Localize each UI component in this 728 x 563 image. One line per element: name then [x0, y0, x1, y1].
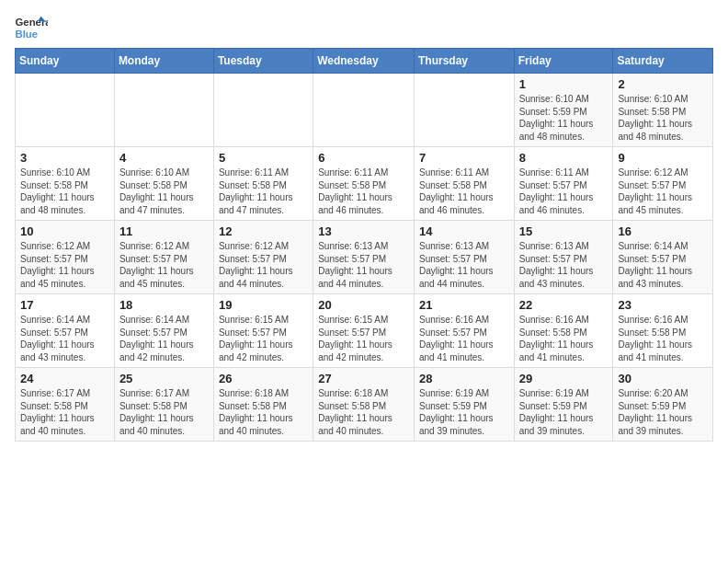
weekday-header: Wednesday	[313, 49, 415, 74]
calendar-cell: 30Sunrise: 6:20 AM Sunset: 5:59 PM Dayli…	[613, 368, 713, 442]
day-info: Sunrise: 6:13 AM Sunset: 5:57 PM Dayligh…	[318, 240, 409, 290]
day-number: 13	[318, 224, 409, 238]
weekday-header: Saturday	[613, 49, 713, 74]
logo-icon: General Blue	[15, 15, 48, 40]
day-number: 26	[219, 372, 308, 385]
weekday-header: Thursday	[414, 49, 514, 74]
day-number: 18	[119, 298, 209, 312]
calendar-cell: 23Sunrise: 6:16 AM Sunset: 5:58 PM Dayli…	[613, 294, 713, 368]
calendar-cell: 27Sunrise: 6:18 AM Sunset: 5:58 PM Dayli…	[313, 368, 415, 442]
day-info: Sunrise: 6:12 AM Sunset: 5:57 PM Dayligh…	[20, 240, 109, 290]
day-number: 30	[618, 372, 708, 385]
calendar-cell	[414, 74, 514, 147]
calendar-cell: 8Sunrise: 6:11 AM Sunset: 5:57 PM Daylig…	[514, 147, 613, 221]
day-info: Sunrise: 6:18 AM Sunset: 5:58 PM Dayligh…	[318, 387, 409, 437]
logo: General Blue	[15, 15, 51, 40]
day-number: 8	[519, 151, 609, 165]
day-number: 2	[618, 77, 708, 91]
day-info: Sunrise: 6:10 AM Sunset: 5:58 PM Dayligh…	[618, 93, 708, 143]
day-number: 15	[519, 224, 609, 238]
calendar-cell	[213, 74, 313, 147]
day-number: 21	[419, 298, 509, 312]
calendar-cell: 20Sunrise: 6:15 AM Sunset: 5:57 PM Dayli…	[313, 294, 415, 368]
page-header: General Blue	[15, 15, 713, 40]
calendar-cell: 16Sunrise: 6:14 AM Sunset: 5:57 PM Dayli…	[613, 221, 713, 294]
day-number: 29	[519, 372, 609, 385]
day-number: 4	[119, 151, 209, 165]
calendar-cell: 7Sunrise: 6:11 AM Sunset: 5:58 PM Daylig…	[414, 147, 514, 221]
calendar-cell	[114, 74, 213, 147]
calendar-cell: 10Sunrise: 6:12 AM Sunset: 5:57 PM Dayli…	[16, 221, 115, 294]
calendar-cell: 1Sunrise: 6:10 AM Sunset: 5:59 PM Daylig…	[514, 74, 613, 147]
weekday-header: Monday	[114, 49, 213, 74]
calendar-cell: 24Sunrise: 6:17 AM Sunset: 5:58 PM Dayli…	[16, 368, 115, 442]
day-info: Sunrise: 6:11 AM Sunset: 5:58 PM Dayligh…	[419, 167, 509, 216]
calendar-cell: 19Sunrise: 6:15 AM Sunset: 5:57 PM Dayli…	[213, 294, 313, 368]
day-number: 12	[219, 224, 308, 238]
calendar-cell: 3Sunrise: 6:10 AM Sunset: 5:58 PM Daylig…	[16, 147, 115, 221]
day-info: Sunrise: 6:10 AM Sunset: 5:58 PM Dayligh…	[20, 167, 109, 216]
day-number: 6	[318, 151, 409, 165]
day-info: Sunrise: 6:15 AM Sunset: 5:57 PM Dayligh…	[219, 314, 308, 363]
calendar-week-row: 17Sunrise: 6:14 AM Sunset: 5:57 PM Dayli…	[16, 294, 713, 368]
calendar: SundayMondayTuesdayWednesdayThursdayFrid…	[15, 48, 713, 442]
day-info: Sunrise: 6:11 AM Sunset: 5:58 PM Dayligh…	[318, 167, 409, 216]
weekday-header: Tuesday	[213, 49, 313, 74]
day-number: 16	[618, 224, 708, 238]
weekday-header: Sunday	[16, 49, 115, 74]
day-info: Sunrise: 6:18 AM Sunset: 5:58 PM Dayligh…	[219, 387, 308, 437]
calendar-cell: 12Sunrise: 6:12 AM Sunset: 5:57 PM Dayli…	[213, 221, 313, 294]
day-info: Sunrise: 6:14 AM Sunset: 5:57 PM Dayligh…	[20, 314, 109, 363]
day-number: 11	[119, 224, 209, 238]
calendar-cell: 28Sunrise: 6:19 AM Sunset: 5:59 PM Dayli…	[414, 368, 514, 442]
calendar-cell	[313, 74, 415, 147]
day-number: 10	[20, 224, 109, 238]
day-number: 27	[318, 372, 409, 385]
day-number: 9	[618, 151, 708, 165]
day-number: 17	[20, 298, 109, 312]
calendar-cell: 14Sunrise: 6:13 AM Sunset: 5:57 PM Dayli…	[414, 221, 514, 294]
calendar-cell: 9Sunrise: 6:12 AM Sunset: 5:57 PM Daylig…	[613, 147, 713, 221]
day-info: Sunrise: 6:12 AM Sunset: 5:57 PM Dayligh…	[618, 167, 708, 216]
calendar-week-row: 1Sunrise: 6:10 AM Sunset: 5:59 PM Daylig…	[16, 74, 713, 147]
calendar-cell: 21Sunrise: 6:16 AM Sunset: 5:57 PM Dayli…	[414, 294, 514, 368]
day-info: Sunrise: 6:14 AM Sunset: 5:57 PM Dayligh…	[119, 314, 209, 363]
day-number: 24	[20, 372, 109, 385]
calendar-week-row: 24Sunrise: 6:17 AM Sunset: 5:58 PM Dayli…	[16, 368, 713, 442]
calendar-cell: 11Sunrise: 6:12 AM Sunset: 5:57 PM Dayli…	[114, 221, 213, 294]
day-number: 3	[20, 151, 109, 165]
calendar-cell: 15Sunrise: 6:13 AM Sunset: 5:57 PM Dayli…	[514, 221, 613, 294]
day-info: Sunrise: 6:10 AM Sunset: 5:59 PM Dayligh…	[519, 93, 609, 143]
calendar-cell: 17Sunrise: 6:14 AM Sunset: 5:57 PM Dayli…	[16, 294, 115, 368]
calendar-cell: 4Sunrise: 6:10 AM Sunset: 5:58 PM Daylig…	[114, 147, 213, 221]
calendar-cell	[16, 74, 115, 147]
day-info: Sunrise: 6:16 AM Sunset: 5:58 PM Dayligh…	[618, 314, 708, 363]
day-number: 14	[419, 224, 509, 238]
calendar-cell: 18Sunrise: 6:14 AM Sunset: 5:57 PM Dayli…	[114, 294, 213, 368]
day-number: 23	[618, 298, 708, 312]
calendar-week-row: 3Sunrise: 6:10 AM Sunset: 5:58 PM Daylig…	[16, 147, 713, 221]
day-info: Sunrise: 6:16 AM Sunset: 5:58 PM Dayligh…	[519, 314, 609, 363]
day-info: Sunrise: 6:19 AM Sunset: 5:59 PM Dayligh…	[419, 387, 509, 437]
day-info: Sunrise: 6:17 AM Sunset: 5:58 PM Dayligh…	[119, 387, 209, 437]
day-number: 28	[419, 372, 509, 385]
calendar-cell: 13Sunrise: 6:13 AM Sunset: 5:57 PM Dayli…	[313, 221, 415, 294]
day-info: Sunrise: 6:17 AM Sunset: 5:58 PM Dayligh…	[20, 387, 109, 437]
day-info: Sunrise: 6:19 AM Sunset: 5:59 PM Dayligh…	[519, 387, 609, 437]
day-number: 1	[519, 77, 609, 91]
day-info: Sunrise: 6:15 AM Sunset: 5:57 PM Dayligh…	[318, 314, 409, 363]
svg-text:Blue: Blue	[16, 29, 39, 40]
day-number: 25	[119, 372, 209, 385]
calendar-cell: 5Sunrise: 6:11 AM Sunset: 5:58 PM Daylig…	[213, 147, 313, 221]
calendar-cell: 26Sunrise: 6:18 AM Sunset: 5:58 PM Dayli…	[213, 368, 313, 442]
day-info: Sunrise: 6:10 AM Sunset: 5:58 PM Dayligh…	[119, 167, 209, 216]
calendar-cell: 6Sunrise: 6:11 AM Sunset: 5:58 PM Daylig…	[313, 147, 415, 221]
day-number: 20	[318, 298, 409, 312]
calendar-week-row: 10Sunrise: 6:12 AM Sunset: 5:57 PM Dayli…	[16, 221, 713, 294]
day-info: Sunrise: 6:14 AM Sunset: 5:57 PM Dayligh…	[618, 240, 708, 290]
calendar-header-row: SundayMondayTuesdayWednesdayThursdayFrid…	[16, 49, 713, 74]
day-number: 19	[219, 298, 308, 312]
day-info: Sunrise: 6:13 AM Sunset: 5:57 PM Dayligh…	[419, 240, 509, 290]
calendar-cell: 29Sunrise: 6:19 AM Sunset: 5:59 PM Dayli…	[514, 368, 613, 442]
day-number: 7	[419, 151, 509, 165]
